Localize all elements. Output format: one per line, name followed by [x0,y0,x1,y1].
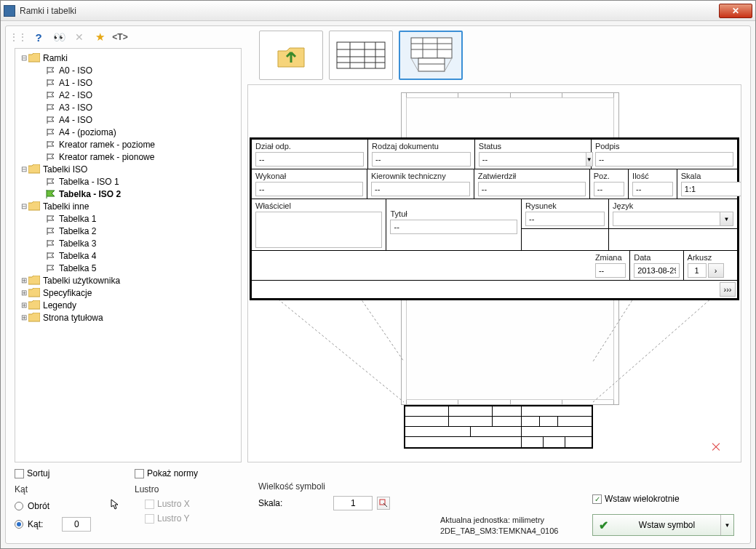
star-icon[interactable]: ★ [93,31,106,44]
pick-point-icon[interactable] [377,497,390,510]
tree-item[interactable]: Tabelka 4 [15,249,241,262]
tree-folder-legendy[interactable]: ⊞Legendy [15,299,241,311]
expand-icon[interactable]: ⊞ [20,313,28,321]
label-skala: Skala [681,172,741,180]
tree-item[interactable]: Tabelka 1 [15,212,241,225]
input-kierownik[interactable] [371,182,470,196]
next-all-arrow-icon[interactable]: ››› [720,282,736,297]
drag-handle-icon: ⋮⋮ [12,31,25,44]
input-zatwierdzil[interactable] [478,182,586,196]
tree-item[interactable]: Tabelka 3 [15,237,241,249]
tree-folder-ramki[interactable]: ⊟ Ramki [15,52,241,64]
check-wstaw-wielokrotnie[interactable]: ✓Wstaw wielokrotnie [592,494,741,504]
radio-kat[interactable]: Kąt: [15,517,120,532]
checkbox-icon[interactable] [15,469,24,478]
thumb-tabelka-2[interactable] [399,31,463,80]
svg-line-14 [411,58,418,71]
app-icon [4,5,15,17]
collapse-icon[interactable]: ⊟ [20,165,28,173]
tree-item[interactable]: A4 - (pozioma) [15,126,241,138]
thumb-folder[interactable] [259,31,323,80]
input-dzial-odp[interactable] [255,152,364,167]
tree-item[interactable]: A4 - ISO [15,113,241,126]
input-wlasciciel[interactable] [255,212,382,248]
folder-icon [28,288,40,297]
tree-folder-tabelki-inne[interactable]: ⊟ Tabelki inne [15,200,241,212]
input-skala[interactable] [681,182,741,196]
thumb-tabelka-1[interactable] [329,31,393,80]
expand-icon[interactable]: ⊞ [20,289,28,297]
dropdown-icon[interactable]: ▼ [720,212,733,226]
input-rodzaj[interactable] [372,152,471,167]
svg-rect-12 [418,58,445,71]
tree-item-selected[interactable]: Tabelka - ISO 2 [15,188,241,200]
delete-icon[interactable]: ✕ [73,31,86,44]
input-wykonal[interactable] [255,182,363,196]
input-skala-symbol[interactable] [333,496,373,510]
toolbar: ⋮⋮ ? 👀 ✕ ★ <T> [6,26,244,48]
input-podpis[interactable] [595,152,733,167]
input-poz[interactable] [594,182,624,196]
flag-icon [46,153,56,161]
input-ilosc[interactable] [632,182,673,196]
flag-icon [46,264,56,273]
tree-item[interactable]: A2 - ISO [15,89,241,101]
tree-item[interactable]: Tabelka - ISO 1 [15,175,241,188]
expand-icon[interactable]: ⊞ [20,276,28,284]
binoculars-icon[interactable]: 👀 [52,31,65,44]
tree-label: Tabelki ISO [43,164,87,175]
window: Ramki i tabelki ✕ ⋮⋮ ? 👀 ✕ ★ <T> [0,0,756,549]
check-pokaz-normy[interactable]: Pokaż normy [135,468,244,478]
tree-item[interactable]: Kreator ramek - poziome [15,138,241,151]
tree-folder-uzytkownika[interactable]: ⊞Tabelki użytkownika [15,274,241,286]
input-zmiana[interactable] [595,263,626,278]
label-podpis: Podpis [595,142,733,151]
help-icon[interactable]: ? [32,31,45,44]
tree-folder-tabelki-iso[interactable]: ⊟ Tabelki ISO [15,163,241,175]
tree-item[interactable]: A3 - ISO [15,101,241,113]
next-arrow-icon[interactable]: › [708,263,724,278]
flag-icon [46,66,56,75]
input-arkusz[interactable] [688,263,707,278]
folder-icon [28,276,40,285]
status-line-1: Aktualna jednostka: milimetry [440,515,578,525]
checkbox-icon[interactable]: ✓ [592,494,602,504]
radio-icon[interactable] [15,520,23,529]
insert-symbol-button[interactable]: ✔ Wstaw symbol ▼ [592,514,734,536]
input-jezyk[interactable] [613,212,720,226]
input-data[interactable] [634,263,679,278]
tree-folder-strona[interactable]: ⊞Strona tytułowa [15,311,241,324]
tree-item[interactable]: Kreator ramek - pionowe [15,151,241,163]
radio-obrot[interactable]: Obrót [15,499,120,513]
content: ⋮⋮ ? 👀 ✕ ★ <T> ⊟ Ramki [1,21,755,548]
tree-view[interactable]: ⊟ Ramki A0 - ISO A1 - ISO A2 - ISO A3 - … [15,48,242,462]
input-status[interactable] [479,152,586,167]
tree-item[interactable]: Tabelka 5 [15,262,241,274]
checkbox-icon[interactable] [135,469,144,478]
input-tytul[interactable] [390,220,517,234]
tree-item[interactable]: Tabelka 2 [15,225,241,237]
flag-icon [46,128,56,137]
expand-icon[interactable]: ⊞ [20,301,28,309]
folder-icon [28,164,40,174]
collapse-icon[interactable]: ⊟ [20,54,28,62]
tree-item[interactable]: A1 - ISO [15,76,241,89]
dropdown-icon[interactable]: ▼ [720,515,733,535]
input-rysunek[interactable] [525,212,605,226]
input-kat[interactable] [62,517,91,532]
tree-label: Ramki [43,53,68,63]
close-button[interactable]: ✕ [719,4,752,18]
check-sortuj[interactable]: Sortuj [15,468,120,478]
collapse-icon[interactable]: ⊟ [20,202,28,210]
radio-icon[interactable] [15,502,23,510]
right-column: Dział odp. Rodzaj dokumentu Status▼ Podp… [244,26,750,465]
flag-icon [46,239,56,248]
text-tag-icon[interactable]: <T> [114,31,127,44]
tree-item[interactable]: A0 - ISO [15,64,241,76]
label-ilosc: Ilość [632,172,673,180]
label-poz: Poz. [594,172,624,180]
label-skala: Skala: [258,498,282,508]
tree-folder-specyfikacje[interactable]: ⊞Specyfikacje [15,286,241,299]
group-wielkosc: Wielkość symboli [258,481,426,492]
cursor-icon [110,499,120,513]
